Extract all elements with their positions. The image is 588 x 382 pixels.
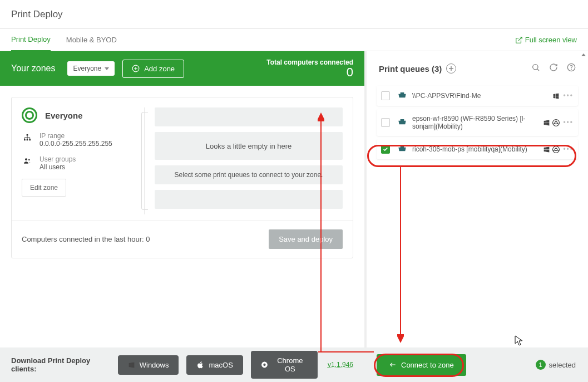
bracket-decoration — [141, 112, 148, 210]
svg-rect-4 — [29, 139, 31, 141]
help-icon[interactable] — [567, 63, 576, 74]
printer-icon — [398, 146, 407, 153]
svg-rect-14 — [401, 146, 404, 148]
search-icon[interactable] — [531, 63, 540, 74]
header-bar: Print Deploy — [0, 0, 588, 29]
page-title: Print Deploy — [11, 9, 63, 20]
queue-name: \\PC-APPSVR\Find-Me — [412, 92, 552, 100]
selected-count: 1 selected — [536, 360, 576, 370]
download-chromeos-button[interactable]: Chrome OS — [251, 351, 318, 379]
add-zone-button[interactable]: Add zone — [122, 60, 184, 78]
svg-point-9 — [571, 69, 572, 70]
refresh-icon[interactable] — [549, 63, 558, 74]
zones-toolbar: Your zones Everyone Add zone Total compu… — [0, 51, 364, 86]
print-queue-item[interactable]: ricoh-306-mob-ps [mobilityqa](Mobility)•… — [377, 139, 578, 159]
queue-slot — [155, 107, 343, 126]
chrome-icon — [552, 146, 560, 153]
tabs-row: Print Deploy Mobile & BYOD Full screen v… — [0, 29, 588, 51]
svg-point-18 — [263, 364, 265, 366]
target-icon — [22, 107, 37, 123]
windows-icon — [128, 361, 135, 369]
print-queue-list: \\PC-APPSVR\Find-Me•••epson-wf-r8590 (WF… — [367, 86, 588, 163]
user-groups-value: All users — [39, 163, 76, 171]
chevron-down-icon — [105, 67, 109, 70]
zone-card: Everyone IP range 0.0.0.0-255.255.255.25… — [11, 97, 353, 258]
svg-rect-1 — [27, 134, 28, 136]
os-icons — [543, 146, 560, 153]
printer-icon — [398, 92, 407, 99]
zone-details: Everyone IP range 0.0.0.0-255.255.255.25… — [22, 107, 144, 214]
connect-to-zone-button[interactable]: Connect to zone — [377, 354, 466, 376]
checkbox[interactable] — [381, 145, 390, 154]
zone-queues-panel: Looks a little empty in here Select some… — [144, 107, 343, 214]
print-queue-item[interactable]: epson-wf-r8590 (WF-R8590 Series) [l-sonj… — [377, 109, 578, 136]
more-icon[interactable]: ••• — [563, 119, 574, 126]
zone-selector[interactable]: Everyone — [67, 61, 115, 76]
download-clients-label: Download Print Deploy clients: — [11, 356, 110, 373]
download-macos-button[interactable]: macOS — [186, 355, 243, 375]
queue-name: epson-wf-r8590 (WF-R8590 Series) [l-sonj… — [412, 115, 543, 130]
plus-circle-icon — [132, 65, 140, 72]
printer-icon — [398, 119, 407, 126]
svg-point-13 — [555, 121, 557, 124]
queue-name: ricoh-306-mob-ps [mobilityqa](Mobility) — [412, 145, 543, 153]
zones-title: Your zones — [11, 63, 55, 74]
svg-point-6 — [28, 159, 30, 161]
chrome-icon — [261, 361, 268, 369]
empty-subtitle: Select some print queues to connect to y… — [175, 171, 323, 179]
full-screen-link[interactable]: Full screen view — [515, 36, 577, 44]
print-queues-panel: Print queues (3) \\PC-APPSVR\Find-Me•••e… — [364, 51, 588, 347]
svg-rect-11 — [401, 119, 404, 121]
plus-icon — [448, 66, 454, 71]
selected-badge: 1 — [536, 360, 546, 370]
svg-rect-2 — [24, 139, 26, 141]
connected-count: 0 — [266, 66, 353, 79]
connected-label: Total computers connected — [266, 58, 353, 66]
queue-slot: Looks a little empty in here — [155, 132, 343, 160]
user-groups-label: User groups — [39, 155, 76, 163]
print-queue-item[interactable]: \\PC-APPSVR\Find-Me••• — [377, 86, 578, 106]
windows-icon — [543, 146, 550, 153]
print-queues-title: Print queues (3) — [379, 64, 442, 74]
main-content: Your zones Everyone Add zone Total compu… — [0, 51, 588, 347]
ip-range-label: IP range — [39, 132, 112, 140]
svg-point-16 — [555, 148, 557, 150]
check-icon — [383, 146, 388, 152]
user-group-icon — [22, 155, 33, 171]
network-icon — [22, 132, 33, 148]
download-windows-button[interactable]: Windows — [118, 355, 179, 375]
empty-title: Looks a little empty in here — [206, 142, 292, 150]
version-link[interactable]: v1.1.946 — [328, 361, 353, 369]
arrow-left-icon — [389, 361, 397, 369]
edit-zone-button[interactable]: Edit zone — [22, 179, 66, 197]
apple-icon — [196, 361, 204, 369]
tab-print-deploy[interactable]: Print Deploy — [11, 28, 51, 52]
left-column: Your zones Everyone Add zone Total compu… — [0, 51, 364, 347]
queue-slot: Select some print queues to connect to y… — [155, 165, 343, 184]
add-queue-button[interactable] — [446, 63, 456, 74]
checkbox[interactable] — [381, 91, 390, 100]
more-icon[interactable]: ••• — [563, 145, 574, 153]
svg-point-5 — [25, 158, 27, 160]
more-icon[interactable]: ••• — [563, 92, 574, 100]
checkbox[interactable] — [381, 118, 390, 127]
windows-icon — [552, 92, 560, 100]
full-screen-label: Full screen view — [525, 36, 577, 44]
tab-mobile-byod[interactable]: Mobile & BYOD — [66, 29, 117, 51]
zone-selector-label: Everyone — [73, 65, 101, 72]
os-icons — [543, 119, 560, 126]
external-link-icon — [515, 36, 523, 44]
svg-rect-10 — [401, 92, 404, 94]
add-zone-label: Add zone — [144, 65, 175, 73]
connected-block: Total computers connected 0 — [266, 58, 353, 79]
svg-point-7 — [533, 65, 538, 70]
computers-connected-label: Computers connected in the last hour: 0 — [22, 235, 150, 243]
footer: Download Print Deploy clients: Windows m… — [0, 347, 588, 382]
os-icons — [552, 92, 560, 100]
scrollbar[interactable] — [579, 51, 588, 347]
chrome-icon — [552, 119, 560, 126]
save-and-deploy-button[interactable]: Save and deploy — [269, 229, 343, 249]
ip-range-value: 0.0.0.0-255.255.255.255 — [39, 140, 112, 148]
windows-icon — [543, 119, 550, 126]
zone-name: Everyone — [45, 111, 83, 120]
